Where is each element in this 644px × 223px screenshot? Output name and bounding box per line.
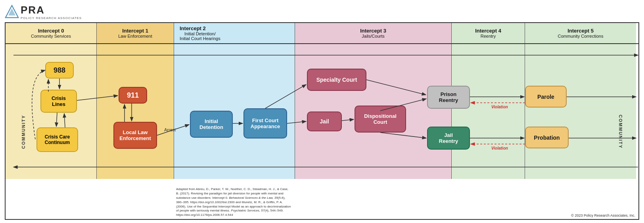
zone-4	[452, 44, 525, 179]
logo-text: PRA POLICY RESEARCH ASSOCIATES	[21, 4, 82, 20]
intercept-5-header: Intercept 5 Community Corrections	[525, 23, 636, 43]
node-lle: Local LawEnforcement	[113, 122, 157, 149]
i3-sublabel: Jails/Courts	[362, 34, 384, 38]
community-label-right: COMMUNITY	[618, 115, 623, 149]
i1-sublabel: Law Enforcement	[118, 34, 152, 38]
node-dispositional-court: DispositionalCourt	[355, 106, 406, 133]
copyright-text: © 2023 Policy Research Associates, Inc.	[571, 213, 635, 217]
intercept-0-header: Intercept 0 Community Services	[6, 23, 97, 43]
citation-text: Adapted from Abreu, D., Parker, T. W., N…	[176, 187, 291, 217]
node-911: 911	[119, 87, 147, 104]
intercept-4-header: Intercept 4 Reentry	[452, 23, 525, 43]
community-label-left: COMMUNITY	[21, 115, 26, 149]
i0-sublabel: Community Services	[31, 34, 71, 38]
i3-label: Intercept 3	[360, 28, 386, 34]
logo-icon	[5, 5, 19, 19]
logo-pra-text: PRA	[21, 4, 82, 16]
intercept-3-header: Intercept 3 Jails/Courts	[295, 23, 452, 43]
i4-label: Intercept 4	[475, 28, 501, 34]
node-jail-reentry: JailReentry	[427, 127, 470, 150]
logo-area: PRA POLICY RESEARCH ASSOCIATES	[5, 4, 639, 20]
diagram-wrapper: Intercept 0 Community Services Intercept…	[5, 22, 639, 220]
page: PRA POLICY RESEARCH ASSOCIATES Intercept…	[0, 0, 644, 223]
i4-sublabel: Reentry	[481, 34, 496, 38]
logo-subtitle-text: POLICY RESEARCH ASSOCIATES	[21, 16, 82, 20]
node-988: 988	[45, 62, 74, 79]
node-prison-reentry: PrisonReentry	[427, 86, 470, 109]
i2-sublabel: Initial Detention/Initial Court Hearings	[180, 31, 220, 41]
node-parole: Parole	[525, 86, 567, 108]
intercept-1-header: Intercept 1 Law Enforcement	[97, 23, 174, 43]
node-probation: Probation	[525, 127, 569, 148]
node-specialty-court: Specialty Court	[307, 69, 366, 91]
zone-1	[97, 44, 174, 179]
node-first-court: First CourtAppearance	[243, 108, 287, 138]
i5-sublabel: Community Corrections	[558, 34, 604, 38]
node-crisis-lines: CrisisLines	[40, 90, 77, 113]
i1-label: Intercept 1	[122, 28, 148, 34]
node-jail: Jail	[307, 112, 342, 131]
node-crisis-care: Crisis CareContinuum	[36, 127, 78, 152]
node-initial-detention: InitialDetention	[190, 111, 233, 138]
i5-label: Intercept 5	[567, 28, 594, 34]
intercept-2-header: Intercept 2 Initial Detention/Initial Co…	[174, 23, 295, 43]
diagram-content: COMMUNITY COMMUNITY 988	[6, 44, 638, 219]
intercepts-header: Intercept 0 Community Services Intercept…	[6, 23, 638, 44]
i0-label: Intercept 0	[38, 28, 64, 34]
i2-label: Intercept 2	[180, 25, 206, 31]
zone-5	[525, 44, 636, 179]
